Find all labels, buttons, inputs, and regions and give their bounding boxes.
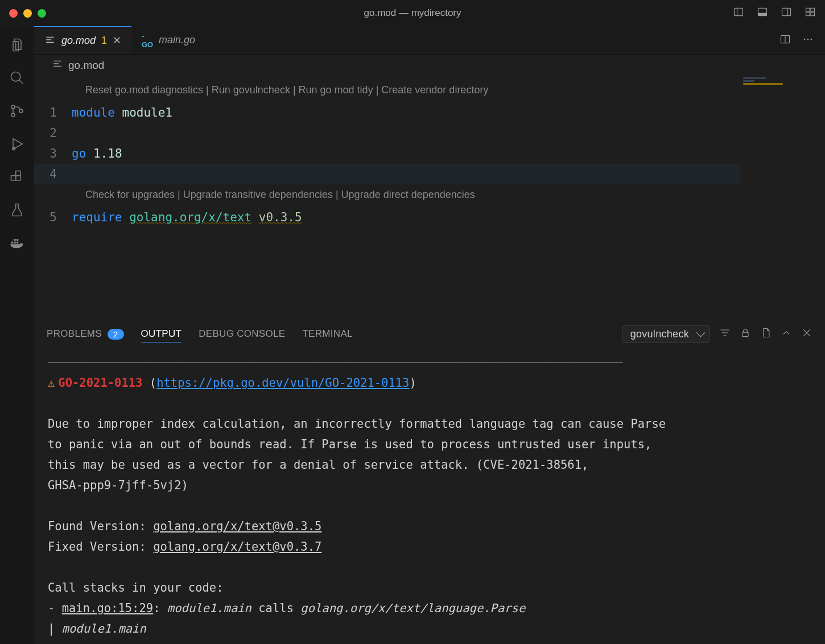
panel-left-icon[interactable] xyxy=(733,6,744,20)
line-number: 3 xyxy=(34,143,72,164)
go-icon: -GO xyxy=(142,35,153,46)
output-stack-line: - main.go:15:29: module1.main calls gola… xyxy=(48,598,811,618)
output-channel-select[interactable]: govulncheck xyxy=(622,325,710,343)
panel-tab-terminal[interactable]: TERMINAL xyxy=(302,326,352,342)
panel-tab-label: DEBUG CONSOLE xyxy=(199,328,285,340)
output-stacks-header: Call stacks in your code: xyxy=(48,577,811,598)
code-line-1[interactable]: module module1 xyxy=(72,102,825,123)
svg-rect-20 xyxy=(11,242,14,244)
split-editor-icon[interactable] xyxy=(779,34,791,47)
panel-right-icon[interactable] xyxy=(781,6,792,20)
svg-point-10 xyxy=(11,72,20,81)
code-line-4[interactable] xyxy=(72,164,825,184)
line-number: 5 xyxy=(34,207,72,228)
tab-label: go.mod xyxy=(61,35,96,47)
editor-tabs: go.mod 1 ✕ -GO main.go xyxy=(34,26,825,55)
search-icon[interactable] xyxy=(9,69,26,86)
svg-rect-6 xyxy=(806,8,810,11)
editor-actions xyxy=(768,26,825,54)
maximize-window-button[interactable] xyxy=(38,9,46,18)
svg-rect-22 xyxy=(16,242,19,244)
svg-point-31 xyxy=(807,38,809,40)
output-divider: ────────────────────────────────────────… xyxy=(48,352,811,373)
output-vuln-header: ⚠GO-2021-0113 (https://pkg.go.dev/vuln/G… xyxy=(48,373,811,393)
tab-main-go[interactable]: -GO main.go xyxy=(131,26,205,54)
line-number: 2 xyxy=(34,123,72,143)
svg-rect-18 xyxy=(16,176,20,180)
tab-dirty-count: 1 xyxy=(101,35,107,47)
close-panel-icon[interactable] xyxy=(801,327,812,341)
warning-icon: ⚠ xyxy=(48,376,55,390)
lock-icon[interactable] xyxy=(740,327,751,341)
minimize-window-button[interactable] xyxy=(23,9,32,18)
filter-icon[interactable] xyxy=(719,327,731,341)
svg-point-32 xyxy=(811,38,812,40)
extensions-icon[interactable] xyxy=(9,168,26,185)
output-found-version: Found Version: golang.org/x/text@v0.3.5 xyxy=(48,516,811,536)
beaker-icon[interactable] xyxy=(9,201,26,218)
close-icon[interactable]: ✕ xyxy=(113,34,121,47)
line-number: 4 xyxy=(34,164,72,184)
svg-rect-3 xyxy=(758,13,767,16)
svg-point-30 xyxy=(804,38,806,40)
svg-rect-39 xyxy=(742,332,748,337)
svg-rect-23 xyxy=(14,239,16,241)
svg-rect-4 xyxy=(782,8,791,15)
codelens-top[interactable]: Reset go.mod diagnostics | Run govulnche… xyxy=(34,80,825,102)
output-body[interactable]: ────────────────────────────────────────… xyxy=(34,348,825,644)
panel-tab-debug-console[interactable]: DEBUG CONSOLE xyxy=(199,326,285,342)
vuln-link[interactable]: https://pkg.go.dev/vuln/GO-2021-0113 xyxy=(156,376,409,390)
output-desc-line: Due to improper index calculation, an in… xyxy=(48,414,811,434)
svg-rect-7 xyxy=(811,8,815,11)
code-line-3[interactable]: go 1.18 xyxy=(72,143,825,164)
panel-tab-label: OUTPUT xyxy=(141,328,182,340)
panel-tab-label: TERMINAL xyxy=(302,328,352,340)
run-debug-icon[interactable] xyxy=(9,135,26,152)
more-icon[interactable] xyxy=(802,34,814,47)
tab-label: main.go xyxy=(159,34,195,46)
output-stack-path: | (/Users/ariathaker/mydirectory/main.go… xyxy=(48,639,811,644)
svg-rect-9 xyxy=(811,13,815,16)
svg-point-14 xyxy=(19,109,23,113)
svg-rect-17 xyxy=(11,176,16,180)
codelens-deps[interactable]: Check for upgrades | Upgrade transitive … xyxy=(34,184,825,207)
svg-rect-24 xyxy=(16,239,19,241)
close-window-button[interactable] xyxy=(9,9,18,18)
source-control-icon[interactable] xyxy=(9,102,26,119)
output-desc-line: GHSA-ppp9-7jff-5vj2) xyxy=(48,475,811,496)
window-title: go.mod — mydirectory xyxy=(0,7,825,19)
output-fixed-version: Fixed Version: golang.org/x/text@v0.3.7 xyxy=(48,536,811,557)
code-line-5[interactable]: require golang.org/x/text v0.3.5 xyxy=(72,207,825,228)
window-controls xyxy=(9,9,46,18)
explorer-icon[interactable] xyxy=(9,36,26,53)
panel-tab-label: PROBLEMS xyxy=(47,328,102,340)
lines-icon xyxy=(52,59,63,72)
output-channel-label: govulncheck xyxy=(630,328,689,340)
output-stack-frame: | module1.main xyxy=(48,618,811,639)
tab-go-mod[interactable]: go.mod 1 ✕ xyxy=(34,26,131,54)
svg-rect-21 xyxy=(14,242,16,244)
bottom-panel: PROBLEMS 2 OUTPUT DEBUG CONSOLE TERMINAL… xyxy=(34,320,825,644)
output-desc-line: this may be used as a vector for a denia… xyxy=(48,455,811,475)
vuln-id: GO-2021-0113 xyxy=(58,376,142,390)
minimap[interactable] xyxy=(740,76,825,320)
editor[interactable]: Reset go.mod diagnostics | Run govulnche… xyxy=(34,76,825,320)
layout-icon[interactable] xyxy=(805,6,816,20)
svg-rect-8 xyxy=(806,13,810,16)
docker-icon[interactable] xyxy=(9,234,26,251)
code-line-2[interactable] xyxy=(72,123,825,143)
breadcrumb[interactable]: go.mod xyxy=(34,55,825,76)
panel-tab-problems[interactable]: PROBLEMS 2 xyxy=(47,326,124,342)
svg-point-13 xyxy=(11,113,15,117)
panel-tabs: PROBLEMS 2 OUTPUT DEBUG CONSOLE TERMINAL… xyxy=(34,320,825,348)
titlebar: go.mod — mydirectory xyxy=(0,0,825,26)
chevron-up-icon[interactable] xyxy=(781,327,792,341)
svg-rect-0 xyxy=(735,8,743,15)
breadcrumb-label: go.mod xyxy=(68,59,104,72)
output-desc-line: to panic via an out of bounds read. If P… xyxy=(48,434,811,455)
svg-point-12 xyxy=(11,105,15,109)
panel-tab-output[interactable]: OUTPUT xyxy=(141,326,182,342)
open-file-icon[interactable] xyxy=(760,327,772,341)
activity-bar xyxy=(0,26,34,644)
panel-bottom-icon[interactable] xyxy=(757,6,768,20)
